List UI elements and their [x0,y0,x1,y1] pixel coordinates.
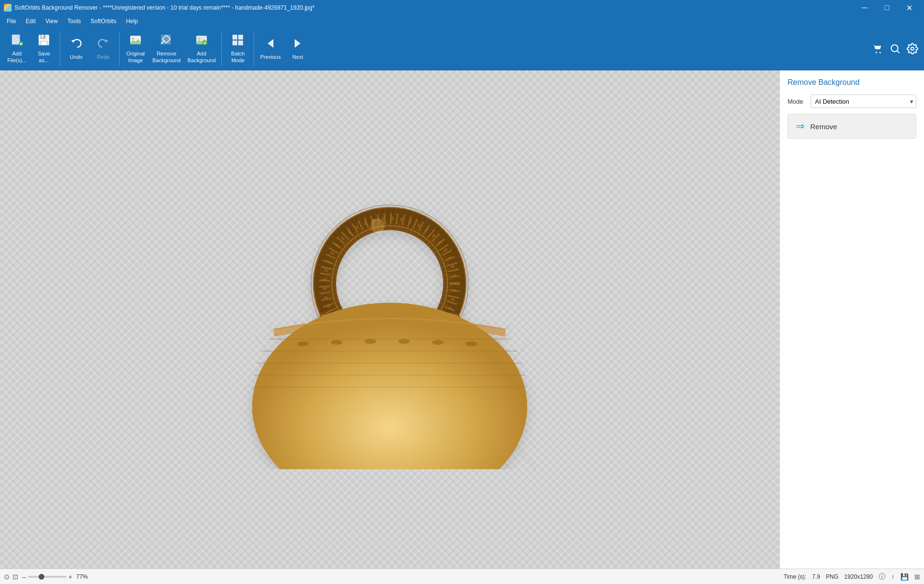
bag-svg [231,170,549,469]
svg-rect-8 [41,35,43,38]
undo-button[interactable]: Undo [63,29,89,68]
svg-marker-29 [268,39,273,48]
toolbar: AddFile(s)... Saveas... Undo [0,27,924,70]
mode-select-wrapper: AI Detection Color Select Manual [811,95,916,108]
zoom-actual-icon[interactable]: ⊡ [13,573,18,581]
info-icon[interactable]: ⓘ [879,572,885,581]
menu-softorbits[interactable]: SoftOrbits [86,17,121,26]
svg-rect-18 [166,40,171,44]
svg-point-33 [891,45,898,52]
panel-title: Remove Background [788,78,916,87]
add-background-button[interactable]: AddBackground [185,29,219,68]
previous-label: Previous [260,54,281,60]
remove-background-button[interactable]: RemoveBackground [149,29,184,68]
remove-button[interactable]: ⇒ Remove [788,114,916,139]
toolbar-right-icons [870,41,920,56]
cart-icon[interactable] [870,41,885,56]
titlebar-controls: ─ □ ✕ [854,0,920,15]
original-image-icon [129,33,142,49]
menu-edit[interactable]: Edit [21,17,41,26]
svg-point-165 [365,339,376,344]
next-button[interactable]: Next [285,29,311,68]
app-icon [4,4,12,12]
statusbar-left: ⊙ ⊡ [4,573,18,581]
titlebar-left: SoftOrbits Background Remover - ****Unre… [4,4,314,12]
add-background-icon [195,33,208,49]
svg-point-14 [132,38,135,40]
time-label: Time (s): [784,573,806,580]
time-value: 7.9 [812,573,820,580]
svg-point-168 [466,341,477,346]
format-label: PNG [826,573,839,580]
svg-point-143 [370,218,385,233]
separator-3 [221,32,222,66]
save-as-label: Saveas... [38,51,50,63]
svg-rect-28 [238,41,243,45]
save-icon[interactable]: 💾 [900,573,909,581]
zoom-thumb [39,574,44,580]
search-icon[interactable] [887,41,903,56]
svg-marker-11 [71,40,75,43]
mode-select[interactable]: AI Detection Color Select Manual [811,95,916,108]
original-image-label: OriginalImage [126,51,145,63]
original-image-button[interactable]: OriginalImage [122,29,149,68]
remove-arrow-icon: ⇒ [796,120,804,133]
save-as-button[interactable]: Saveas... [31,29,57,68]
redo-button[interactable]: Redo [90,29,116,68]
next-label: Next [292,54,303,60]
svg-marker-30 [295,39,300,48]
statusbar: ⊙ ⊡ – + 77% Time (s): 7.9 PNG 1920x1280 … [0,569,924,584]
image-canvas [231,170,549,469]
batch-mode-icon [231,33,245,49]
main-content: Remove Background Mode AI Detection Colo… [0,70,924,569]
menubar: File Edit View Tools SoftOrbits Help [0,15,924,27]
gear-icon[interactable] [905,41,920,56]
menu-tools[interactable]: Tools [63,17,86,26]
svg-line-34 [897,51,900,53]
add-background-label: AddBackground [188,51,216,63]
remove-button-label: Remove [810,122,837,131]
menu-help[interactable]: Help [121,17,143,26]
remove-background-label: RemoveBackground [152,51,181,63]
svg-marker-12 [104,40,108,43]
settings-icon[interactable]: ⊞ [914,573,920,581]
previous-button[interactable]: Previous [257,29,284,68]
svg-rect-27 [232,41,237,45]
svg-rect-10 [41,42,46,45]
save-as-icon [37,33,51,49]
zoom-minus-button[interactable]: – [22,573,26,581]
right-panel: Remove Background Mode AI Detection Colo… [779,70,924,569]
next-icon [291,37,304,52]
svg-point-166 [398,339,410,344]
zoom-fit-icon[interactable]: ⊙ [4,573,10,581]
svg-point-31 [876,52,877,53]
zoom-slider[interactable] [28,576,67,578]
minimize-button[interactable]: ─ [854,0,876,15]
separator-4 [254,32,254,66]
mode-label: Mode [788,98,807,105]
share-icon[interactable]: ↑ [891,573,895,581]
mode-row: Mode AI Detection Color Select Manual [788,95,916,108]
batch-mode-label: BatchMode [231,51,245,63]
titlebar-title: SoftOrbits Background Remover - ****Unre… [14,4,314,11]
zoom-value: 77% [76,573,88,580]
svg-rect-1 [12,35,20,44]
canvas-area[interactable] [0,70,779,569]
menu-file[interactable]: File [2,17,21,26]
add-file-button[interactable]: AddFile(s)... [4,29,30,68]
separator-2 [119,32,120,66]
statusbar-right: Time (s): 7.9 PNG 1920x1280 ⓘ ↑ 💾 ⊞ [784,572,920,581]
add-file-icon [10,33,24,49]
redo-icon [96,37,110,52]
batch-mode-button[interactable]: BatchMode [225,29,251,68]
svg-point-21 [198,38,201,40]
undo-label: Undo [70,54,82,60]
zoom-plus-button[interactable]: + [68,573,72,581]
previous-icon [264,37,277,52]
separator-1 [60,32,60,66]
remove-background-icon [160,33,173,49]
close-button[interactable]: ✕ [898,0,920,15]
svg-point-35 [911,47,914,50]
maximize-button[interactable]: □ [876,0,898,15]
menu-view[interactable]: View [41,17,63,26]
